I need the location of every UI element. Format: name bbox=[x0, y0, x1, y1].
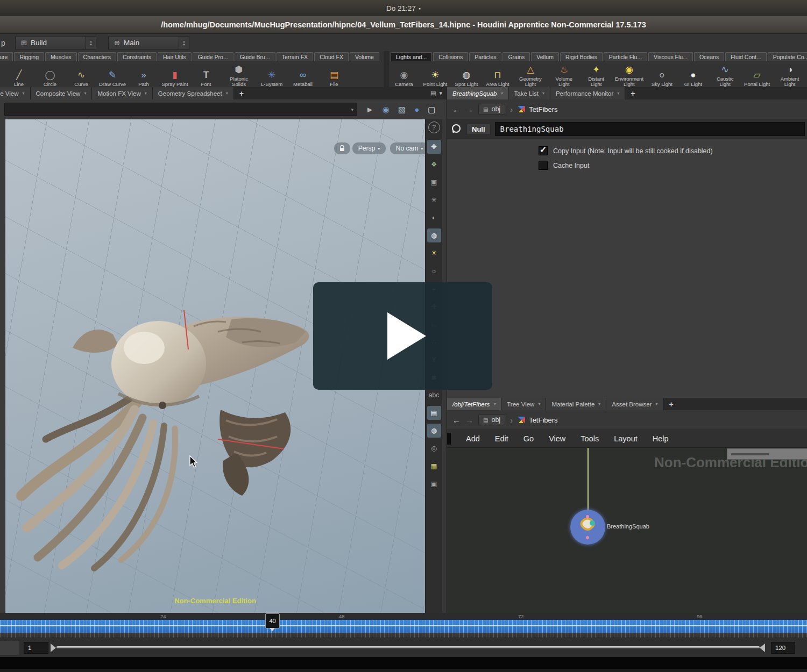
viewport-tool-icon[interactable]: ▦ bbox=[427, 459, 441, 473]
shelf-tab[interactable]: Guide Bru... bbox=[235, 52, 275, 61]
video-play-overlay[interactable] bbox=[313, 282, 492, 390]
shelf-tool[interactable]: ╱ Line bbox=[3, 69, 34, 87]
menu-item[interactable]: Add bbox=[458, 434, 487, 443]
menu-item[interactable]: Edit bbox=[487, 434, 516, 443]
pane-tab[interactable]: Take List ▾ bbox=[509, 87, 550, 99]
shelf-tool[interactable]: ● GI Light bbox=[677, 69, 709, 87]
pane-tab[interactable]: BreathingSquab ▾ bbox=[447, 87, 509, 99]
desktop-selector-spinner[interactable]: ▲ ▼ bbox=[86, 36, 96, 50]
menu-item[interactable]: Go bbox=[516, 434, 541, 443]
playbar-widget-stub[interactable] bbox=[0, 641, 19, 655]
viewport-tool-icon[interactable]: ◎ bbox=[427, 441, 441, 455]
view-lock-button[interactable] bbox=[334, 142, 351, 155]
shelf-tool[interactable]: ◯ Circle bbox=[34, 69, 66, 87]
shelf-tool[interactable]: ⊓ Area Light bbox=[482, 69, 513, 87]
viewport-tool-icon[interactable]: ◐ bbox=[427, 211, 441, 225]
shelf-tab[interactable]: Fluid Cont... bbox=[725, 52, 767, 61]
forward-arrow-icon[interactable]: → bbox=[465, 416, 473, 425]
chevron-down-icon[interactable]: ▾ bbox=[617, 91, 619, 96]
parameter-checkbox[interactable] bbox=[539, 161, 548, 170]
chevron-down-icon[interactable]: ▾ bbox=[84, 91, 86, 96]
scene-toolbar-icon[interactable]: ▧ bbox=[398, 105, 406, 115]
pane-tab[interactable]: Composite View ▾ bbox=[31, 87, 93, 99]
shelf-tool[interactable]: ▤ File bbox=[318, 69, 350, 87]
shelf-tab[interactable]: Particles bbox=[469, 52, 501, 61]
node-name-field[interactable]: BreathingSquab bbox=[495, 122, 805, 136]
timeline-track[interactable] bbox=[0, 620, 807, 633]
pane-tab[interactable]: Material Palette ▾ bbox=[546, 398, 606, 410]
chevron-down-icon[interactable]: ▾ bbox=[655, 402, 657, 406]
shelf-tab[interactable]: Terrain FX bbox=[277, 52, 313, 61]
range-start-handle[interactable] bbox=[51, 644, 56, 652]
shelf-tab[interactable]: Hair Utils bbox=[158, 52, 192, 61]
shelf-tool[interactable]: ⬢ Platonic Solids bbox=[222, 63, 256, 87]
pane-tab[interactable]: Geometry Spreadsheet ▾ bbox=[153, 87, 234, 99]
shelf-tab[interactable]: Grains bbox=[502, 52, 530, 61]
menu-item[interactable]: View bbox=[541, 434, 573, 443]
chevron-down-icon[interactable]: ▾ bbox=[23, 91, 25, 96]
viewport-tool-icon[interactable]: ✳ bbox=[427, 193, 441, 207]
shelf-tool[interactable]: ◉ Environment Light bbox=[612, 63, 646, 87]
viewport-tool-icon[interactable]: abc bbox=[427, 388, 441, 402]
new-tab-button[interactable]: + bbox=[625, 87, 640, 99]
shelf-tool[interactable]: ∿ Caustic Light bbox=[709, 63, 741, 87]
shelf-tab[interactable]: Lights and... bbox=[391, 52, 432, 61]
menu-item[interactable]: Help bbox=[645, 434, 676, 443]
shelf-tab[interactable]: Oceans bbox=[694, 52, 724, 61]
camera-selector[interactable]: No cam ▾ bbox=[390, 142, 425, 155]
breadcrumb-node[interactable]: TetFibers bbox=[518, 416, 557, 424]
shelf-tab[interactable]: Volume bbox=[350, 52, 379, 61]
selection-filter-input[interactable]: ▾ bbox=[4, 103, 357, 116]
scene-selector[interactable]: ⊕ Main bbox=[108, 36, 179, 50]
shelf-tool[interactable]: ○ Sky Light bbox=[646, 69, 677, 87]
parameter-checkbox[interactable] bbox=[539, 146, 548, 155]
new-tab-button[interactable]: + bbox=[664, 398, 679, 410]
pane-tab[interactable]: Asset Browser ▾ bbox=[606, 398, 663, 410]
shelf-tab[interactable]: Constraints bbox=[117, 52, 157, 61]
back-arrow-icon[interactable]: ← bbox=[452, 105, 461, 114]
pane-tab[interactable]: Scene View ▾ bbox=[0, 87, 31, 99]
pane-tab[interactable]: /obj/TetFibers ▾ bbox=[447, 398, 501, 410]
network-node[interactable] bbox=[570, 510, 605, 545]
shelf-tool[interactable]: ▱ Portal Light bbox=[741, 69, 773, 87]
shelf-tool[interactable]: ◑ Ambient Light bbox=[773, 63, 807, 87]
shelf-tab[interactable]: Vellum bbox=[531, 52, 559, 61]
help-icon[interactable]: ? bbox=[428, 121, 440, 133]
chevron-down-icon[interactable]: ▾ bbox=[493, 402, 495, 406]
breadcrumb-root[interactable]: ▤ obj bbox=[478, 104, 505, 115]
chevron-down-icon[interactable]: ▾ bbox=[542, 91, 544, 96]
shelf-tool[interactable]: ◍ Spot Light bbox=[451, 69, 482, 87]
viewport-tool-icon[interactable]: ▣ bbox=[427, 477, 441, 491]
shelf-tool[interactable]: ☀ Point Light bbox=[420, 69, 451, 87]
range-end-handle[interactable] bbox=[760, 644, 765, 652]
back-arrow-icon[interactable]: ← bbox=[452, 416, 461, 425]
chevron-down-icon[interactable]: ▾ bbox=[439, 90, 442, 97]
scene-toolbar-icon[interactable]: ◉ bbox=[383, 105, 390, 115]
system-clock[interactable]: Do 21:27 bbox=[386, 4, 416, 12]
pane-tab[interactable]: Performance Monitor ▾ bbox=[550, 87, 625, 99]
shelf-tab[interactable]: Cloud FX bbox=[314, 52, 349, 61]
pane-tab[interactable]: Tree View ▾ bbox=[501, 398, 546, 410]
viewport-tool-icon[interactable]: ☀ bbox=[427, 246, 441, 260]
shelf-tab[interactable]: Texture bbox=[0, 52, 13, 61]
scene-toolbar-icon[interactable]: ● bbox=[414, 105, 419, 115]
viewport-tool-icon[interactable]: ◍ bbox=[427, 424, 441, 438]
breadcrumb-node[interactable]: TetFibers bbox=[518, 105, 557, 113]
timeline-ruler[interactable]: 24487296 bbox=[0, 613, 807, 620]
panel-menu-icon[interactable]: ▤ bbox=[430, 90, 436, 97]
shelf-tool[interactable]: ◉ Camera bbox=[388, 69, 420, 87]
new-tab-button[interactable]: + bbox=[234, 87, 249, 99]
shelf-tool[interactable]: ∿ Curve bbox=[66, 69, 97, 87]
pane-tab[interactable]: Motion FX View ▾ bbox=[92, 87, 152, 99]
network-canvas[interactable]: BreathingSquab Non-Commercial Edition bbox=[447, 448, 807, 613]
viewport-tool-icon[interactable]: ✥ bbox=[427, 140, 441, 154]
shelf-tab[interactable]: Rigging bbox=[14, 52, 44, 61]
viewport-tool-icon[interactable]: ▣ bbox=[427, 175, 441, 189]
shelf-tab[interactable]: Characters bbox=[78, 52, 116, 61]
viewport-tool-icon[interactable]: ☼ bbox=[427, 264, 441, 278]
range-start-field[interactable]: 1 bbox=[24, 642, 48, 654]
timeline-playhead[interactable]: 40 bbox=[265, 613, 280, 628]
menu-item[interactable]: Layout bbox=[606, 434, 645, 443]
scene-toolbar-icon[interactable]: ► bbox=[366, 105, 374, 115]
desktop-selector[interactable]: ⊞ Build bbox=[15, 36, 86, 50]
